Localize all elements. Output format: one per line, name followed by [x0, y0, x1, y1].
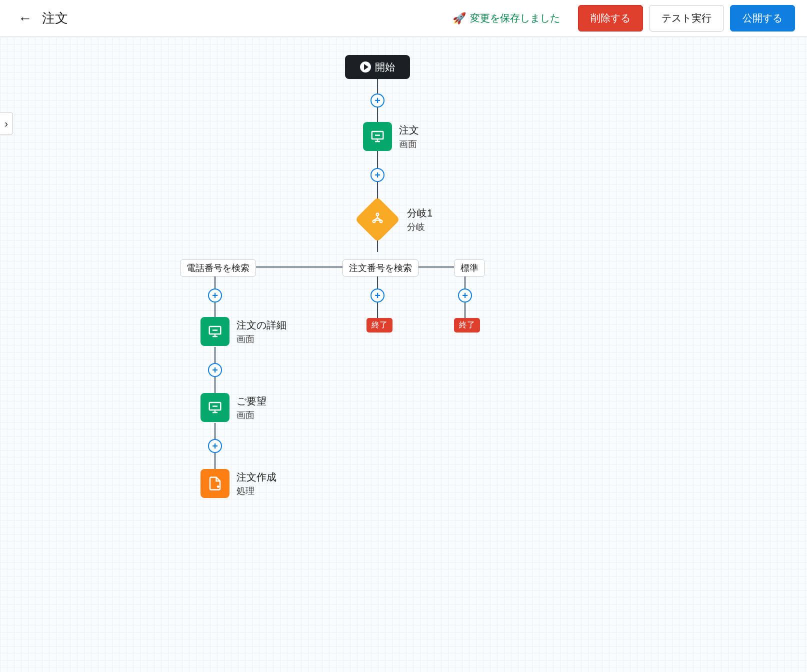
start-node[interactable]: 開始: [345, 55, 410, 79]
publish-button[interactable]: 公開する: [730, 5, 795, 32]
start-label: 開始: [375, 60, 395, 74]
node-subtitle: 画面: [399, 138, 419, 150]
add-node-button[interactable]: +: [458, 288, 472, 302]
save-status: 🚀 変更を保存しました: [452, 12, 560, 25]
add-node-button[interactable]: +: [370, 288, 384, 302]
screen-icon: [200, 393, 230, 422]
node-subtitle: 画面: [236, 409, 266, 421]
header: ← 注文 🚀 変更を保存しました 削除する テスト実行 公開する: [0, 0, 807, 37]
save-status-text: 変更を保存しました: [470, 12, 560, 25]
request-node[interactable]: ご要望 画面: [200, 393, 266, 422]
play-icon: [360, 62, 371, 72]
delete-button[interactable]: 削除する: [578, 5, 643, 32]
add-node-button[interactable]: +: [208, 288, 222, 302]
node-subtitle: 処理: [236, 485, 276, 497]
node-title: 注文の詳細: [236, 318, 286, 332]
node-title: 注文作成: [236, 470, 276, 484]
back-arrow-icon: ←: [18, 10, 32, 26]
node-title: 注文: [399, 124, 419, 137]
svg-point-14: [376, 214, 379, 216]
back-button[interactable]: ←: [12, 8, 38, 28]
chevron-right-icon: ›: [4, 118, 8, 130]
branch-label-default[interactable]: 標準: [454, 260, 485, 276]
svg-point-20: [380, 220, 382, 223]
end-tag[interactable]: 終了: [366, 318, 392, 332]
flow-canvas[interactable]: › 開始 + 注文 画面 +: [0, 37, 807, 672]
rocket-icon: 🚀: [452, 12, 466, 25]
node-title: 分岐1: [407, 206, 432, 220]
page-title: 注文: [42, 10, 68, 27]
end-tag[interactable]: 終了: [454, 318, 480, 332]
add-node-button[interactable]: +: [370, 168, 384, 182]
order-screen-node[interactable]: 注文 画面: [363, 122, 419, 151]
branch-node[interactable]: 分岐1 分岐: [355, 197, 432, 242]
branch-label-order-no[interactable]: 注文番号を検索: [342, 260, 418, 276]
add-node-button[interactable]: +: [208, 363, 222, 377]
add-node-button[interactable]: +: [208, 439, 222, 453]
decision-icon: [355, 197, 400, 242]
screen-icon: [363, 122, 392, 151]
document-plus-icon: [200, 469, 230, 498]
node-subtitle: 画面: [236, 333, 286, 345]
test-run-button[interactable]: テスト実行: [649, 5, 724, 32]
svg-point-19: [373, 220, 376, 223]
order-detail-node[interactable]: 注文の詳細 画面: [200, 317, 286, 346]
node-title: ご要望: [236, 394, 266, 408]
screen-icon: [200, 317, 230, 346]
node-subtitle: 分岐: [407, 221, 432, 233]
create-order-node[interactable]: 注文作成 処理: [200, 469, 276, 498]
add-node-button[interactable]: +: [370, 94, 384, 108]
sidebar-expand-handle[interactable]: ›: [0, 112, 13, 135]
branch-label-phone[interactable]: 電話番号を検索: [180, 260, 256, 276]
